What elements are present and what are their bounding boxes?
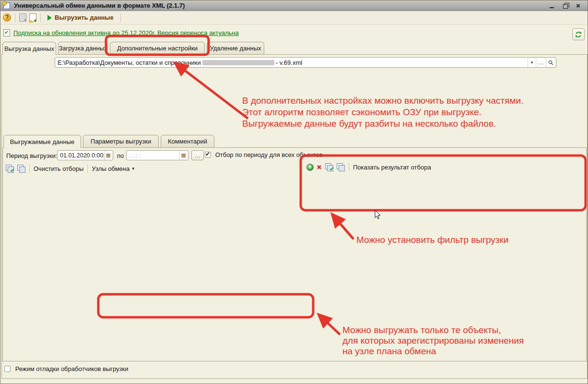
- checkbox-icon[interactable]: [4, 366, 11, 372]
- save-settings-icon[interactable]: [29, 13, 36, 22]
- calendar-icon[interactable]: ▦: [179, 151, 188, 160]
- annotation-part-export: В дополнительных настройках можно включи…: [242, 95, 524, 130]
- toolbar-separator: [349, 163, 349, 171]
- period-from-input[interactable]: 01.01.2020 0:00:00 ▦: [57, 150, 113, 160]
- toolbar-separator: [87, 164, 88, 173]
- load-settings-icon[interactable]: [19, 13, 26, 22]
- chevron-down-icon: ▼: [131, 167, 135, 171]
- window-title: Универсальный обмен данными в формате XM…: [14, 2, 185, 9]
- main-toolbar: ? Выгрузить данные: [0, 11, 588, 24]
- annotation-registered-changes: Можно выгружать только те объекты, для к…: [342, 325, 524, 357]
- redacted-text: [202, 60, 274, 65]
- export-data-button[interactable]: Выгрузить данные: [45, 13, 117, 22]
- toolbar-separator: [15, 13, 15, 22]
- rules-file-search-icon[interactable]: [546, 58, 555, 67]
- export-period-label: Период выгрузки:: [6, 152, 57, 159]
- toolbar-separator: [40, 13, 41, 22]
- window-icon: [3, 2, 10, 9]
- subscription-check-icon: [3, 29, 10, 36]
- delete-filter-icon[interactable]: ✖: [317, 164, 322, 171]
- add-filter-icon[interactable]: +: [306, 164, 314, 171]
- toolbar-separator: [29, 164, 30, 173]
- tab-export-parameters[interactable]: Параметры выгрузки: [83, 135, 159, 147]
- tab-export-data[interactable]: Выгрузка данных: [2, 42, 56, 55]
- app-window: Универсальный обмен данными в формате XM…: [0, 0, 588, 384]
- uncheck-all-icon[interactable]: [336, 163, 345, 171]
- tab-exported-data[interactable]: Выгружаемые данные: [3, 135, 81, 148]
- tab-import-data[interactable]: Загрузка данных: [58, 42, 108, 54]
- annotation-filter: Можно установить фильтр выгрузки: [356, 234, 508, 246]
- rules-file-browse-button[interactable]: ...: [536, 58, 546, 67]
- refresh-subscription-button[interactable]: [572, 28, 585, 40]
- clear-filters-button[interactable]: Очистить отборы: [34, 165, 83, 172]
- tab-additional-settings[interactable]: Дополнительные настройки: [110, 42, 205, 54]
- subscription-link[interactable]: Подписка на обновления активна до 25.12.…: [13, 29, 239, 36]
- play-icon: [47, 15, 52, 21]
- period-filter-checkbox[interactable]: Отбор по периоду для всех объектов: [205, 151, 323, 158]
- restore-button[interactable]: [563, 3, 569, 9]
- uncheck-all-icon[interactable]: [17, 164, 25, 173]
- period-to-input[interactable]: . . : : ▦: [126, 150, 188, 160]
- period-to-label: по: [117, 152, 124, 159]
- tab-delete-data[interactable]: Удаление данных: [207, 42, 264, 54]
- minimize-button[interactable]: [549, 3, 556, 9]
- check-all-icon[interactable]: ✔: [5, 164, 14, 173]
- help-icon[interactable]: ?: [3, 13, 11, 22]
- title-bar: Универсальный обмен данными в формате XM…: [0, 0, 588, 11]
- period-more-button[interactable]: ...: [191, 150, 204, 160]
- show-filter-result-button[interactable]: Показать результат отбора: [353, 164, 431, 171]
- tab-comment[interactable]: Комментарий: [161, 135, 214, 147]
- toolbar-separator: [120, 13, 121, 22]
- rules-file-dropdown-icon[interactable]: ▼: [528, 58, 536, 67]
- debug-mode-checkbox[interactable]: Режим отладки обработчиков выгрузки: [4, 365, 128, 372]
- checkbox-checked-icon[interactable]: [205, 152, 211, 158]
- exchange-nodes-menu[interactable]: Узлы обмена ▼: [92, 165, 135, 172]
- check-all-icon[interactable]: ✔: [325, 163, 333, 171]
- rules-file-input[interactable]: E:\Разработка\Документы, остатки и справ…: [55, 57, 556, 68]
- close-button[interactable]: ×: [576, 3, 583, 9]
- calendar-icon[interactable]: ▦: [104, 151, 112, 160]
- refresh-icon: [575, 31, 582, 38]
